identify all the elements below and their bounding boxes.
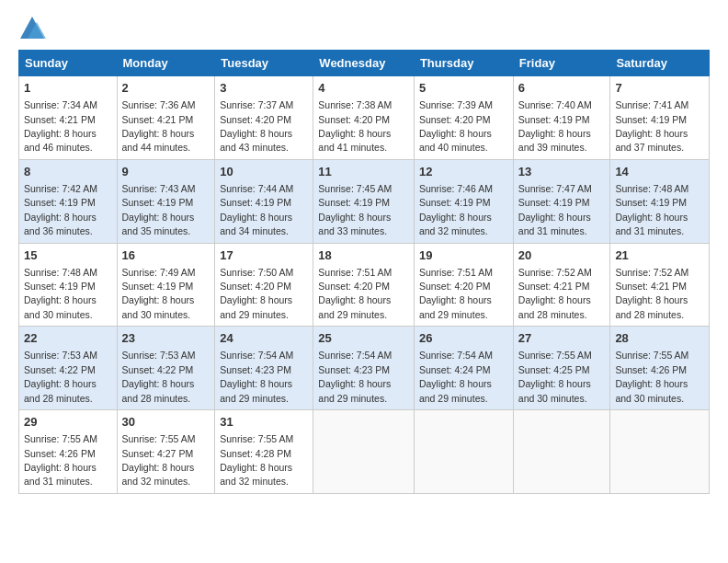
calendar-day-cell: 4 Sunrise: 7:38 AMSunset: 4:20 PMDayligh… (313, 76, 415, 160)
day-number: 26 (419, 330, 508, 347)
logo (18, 15, 48, 40)
calendar-day-header: Saturday (610, 51, 710, 76)
day-info: Sunrise: 7:55 AMSunset: 4:28 PMDaylight:… (220, 433, 293, 487)
day-info: Sunrise: 7:34 AMSunset: 4:21 PMDaylight:… (24, 99, 97, 153)
day-number: 2 (122, 80, 210, 97)
calendar-day-header: Monday (117, 51, 215, 76)
calendar-day-cell (513, 410, 610, 494)
calendar-day-cell: 7 Sunrise: 7:41 AMSunset: 4:19 PMDayligh… (610, 76, 710, 160)
calendar-day-cell: 19 Sunrise: 7:51 AMSunset: 4:20 PMDaylig… (414, 243, 513, 327)
calendar-day-cell: 3 Sunrise: 7:37 AMSunset: 4:20 PMDayligh… (215, 76, 313, 160)
day-number: 17 (220, 247, 308, 264)
calendar-day-header: Friday (513, 51, 610, 76)
day-info: Sunrise: 7:37 AMSunset: 4:20 PMDaylight:… (220, 99, 293, 153)
day-info: Sunrise: 7:54 AMSunset: 4:23 PMDaylight:… (318, 350, 392, 403)
day-info: Sunrise: 7:41 AMSunset: 4:19 PMDaylight:… (615, 99, 688, 153)
calendar-day-cell: 10 Sunrise: 7:44 AMSunset: 4:19 PMDaylig… (215, 159, 313, 243)
calendar-day-cell: 15 Sunrise: 7:48 AMSunset: 4:19 PMDaylig… (19, 243, 118, 327)
calendar-day-cell (610, 410, 710, 494)
calendar-day-cell: 8 Sunrise: 7:42 AMSunset: 4:19 PMDayligh… (19, 159, 118, 243)
calendar-day-cell: 12 Sunrise: 7:46 AMSunset: 4:19 PMDaylig… (414, 159, 513, 243)
day-info: Sunrise: 7:55 AMSunset: 4:27 PMDaylight:… (122, 433, 196, 487)
day-info: Sunrise: 7:48 AMSunset: 4:19 PMDaylight:… (24, 267, 97, 320)
calendar-week-row: 22 Sunrise: 7:53 AMSunset: 4:22 PMDaylig… (19, 327, 710, 410)
day-number: 6 (518, 80, 606, 97)
day-number: 10 (220, 164, 308, 180)
day-info: Sunrise: 7:43 AMSunset: 4:19 PMDaylight:… (122, 183, 196, 236)
day-number: 24 (220, 330, 308, 347)
calendar-day-cell: 29 Sunrise: 7:55 AMSunset: 4:26 PMDaylig… (19, 410, 118, 494)
calendar-day-cell: 21 Sunrise: 7:52 AMSunset: 4:21 PMDaylig… (610, 243, 710, 327)
day-info: Sunrise: 7:47 AMSunset: 4:19 PMDaylight:… (518, 183, 592, 236)
day-number: 21 (615, 247, 704, 264)
calendar-day-cell: 14 Sunrise: 7:48 AMSunset: 4:19 PMDaylig… (610, 159, 710, 243)
calendar-day-cell: 24 Sunrise: 7:54 AMSunset: 4:23 PMDaylig… (215, 327, 313, 410)
day-number: 3 (220, 80, 308, 97)
page-header (18, 15, 710, 40)
calendar-week-row: 15 Sunrise: 7:48 AMSunset: 4:19 PMDaylig… (19, 243, 710, 327)
day-number: 4 (318, 80, 409, 97)
calendar-day-cell: 28 Sunrise: 7:55 AMSunset: 4:26 PMDaylig… (610, 327, 710, 410)
day-number: 15 (24, 247, 112, 264)
calendar-week-row: 29 Sunrise: 7:55 AMSunset: 4:26 PMDaylig… (19, 410, 710, 494)
day-number: 28 (615, 330, 704, 347)
calendar-day-cell: 20 Sunrise: 7:52 AMSunset: 4:21 PMDaylig… (513, 243, 610, 327)
day-info: Sunrise: 7:55 AMSunset: 4:26 PMDaylight:… (24, 433, 97, 487)
day-info: Sunrise: 7:39 AMSunset: 4:20 PMDaylight:… (419, 99, 493, 153)
day-info: Sunrise: 7:36 AMSunset: 4:21 PMDaylight:… (122, 99, 196, 153)
day-info: Sunrise: 7:51 AMSunset: 4:20 PMDaylight:… (318, 267, 392, 320)
day-number: 27 (518, 330, 606, 347)
day-info: Sunrise: 7:55 AMSunset: 4:26 PMDaylight:… (615, 350, 688, 403)
day-info: Sunrise: 7:38 AMSunset: 4:20 PMDaylight:… (318, 99, 392, 153)
calendar-day-cell: 18 Sunrise: 7:51 AMSunset: 4:20 PMDaylig… (313, 243, 415, 327)
day-info: Sunrise: 7:40 AMSunset: 4:19 PMDaylight:… (518, 99, 592, 153)
calendar-day-cell: 9 Sunrise: 7:43 AMSunset: 4:19 PMDayligh… (117, 159, 215, 243)
calendar-day-cell: 22 Sunrise: 7:53 AMSunset: 4:22 PMDaylig… (19, 327, 118, 410)
day-number: 30 (122, 414, 210, 431)
calendar-day-cell: 5 Sunrise: 7:39 AMSunset: 4:20 PMDayligh… (414, 76, 513, 160)
day-info: Sunrise: 7:45 AMSunset: 4:19 PMDaylight:… (318, 183, 392, 236)
day-info: Sunrise: 7:46 AMSunset: 4:19 PMDaylight:… (419, 183, 493, 236)
calendar-day-cell: 31 Sunrise: 7:55 AMSunset: 4:28 PMDaylig… (215, 410, 313, 494)
calendar-day-cell: 16 Sunrise: 7:49 AMSunset: 4:19 PMDaylig… (117, 243, 215, 327)
day-info: Sunrise: 7:49 AMSunset: 4:19 PMDaylight:… (122, 267, 196, 320)
calendar-week-row: 8 Sunrise: 7:42 AMSunset: 4:19 PMDayligh… (19, 159, 710, 243)
day-number: 11 (318, 164, 409, 180)
day-number: 13 (518, 164, 606, 180)
calendar-day-cell: 17 Sunrise: 7:50 AMSunset: 4:20 PMDaylig… (215, 243, 313, 327)
day-number: 22 (24, 330, 112, 347)
logo-icon (18, 15, 46, 40)
day-info: Sunrise: 7:44 AMSunset: 4:19 PMDaylight:… (220, 183, 293, 236)
day-number: 12 (419, 164, 508, 180)
calendar-day-cell: 1 Sunrise: 7:34 AMSunset: 4:21 PMDayligh… (19, 76, 118, 160)
calendar-week-row: 1 Sunrise: 7:34 AMSunset: 4:21 PMDayligh… (19, 76, 710, 160)
day-info: Sunrise: 7:48 AMSunset: 4:19 PMDaylight:… (615, 183, 688, 236)
day-info: Sunrise: 7:55 AMSunset: 4:25 PMDaylight:… (518, 350, 592, 403)
day-info: Sunrise: 7:54 AMSunset: 4:24 PMDaylight:… (419, 350, 493, 403)
day-number: 1 (24, 80, 112, 97)
day-number: 23 (122, 330, 210, 347)
day-number: 19 (419, 247, 508, 264)
day-number: 29 (24, 414, 112, 431)
day-number: 20 (518, 247, 606, 264)
day-number: 25 (318, 330, 409, 347)
day-number: 31 (220, 414, 308, 431)
calendar-day-cell: 6 Sunrise: 7:40 AMSunset: 4:19 PMDayligh… (513, 76, 610, 160)
day-number: 5 (419, 80, 508, 97)
calendar-day-cell: 23 Sunrise: 7:53 AMSunset: 4:22 PMDaylig… (117, 327, 215, 410)
day-number: 9 (122, 164, 210, 180)
calendar-day-cell (414, 410, 513, 494)
day-info: Sunrise: 7:51 AMSunset: 4:20 PMDaylight:… (419, 267, 493, 320)
day-info: Sunrise: 7:52 AMSunset: 4:21 PMDaylight:… (615, 267, 688, 320)
calendar-day-header: Thursday (414, 51, 513, 76)
calendar-day-cell: 25 Sunrise: 7:54 AMSunset: 4:23 PMDaylig… (313, 327, 415, 410)
day-number: 16 (122, 247, 210, 264)
day-info: Sunrise: 7:53 AMSunset: 4:22 PMDaylight:… (122, 350, 196, 403)
day-number: 18 (318, 247, 409, 264)
day-number: 8 (24, 164, 112, 180)
day-info: Sunrise: 7:53 AMSunset: 4:22 PMDaylight:… (24, 350, 97, 403)
day-number: 7 (615, 80, 704, 97)
calendar-day-header: Tuesday (215, 51, 313, 76)
day-info: Sunrise: 7:54 AMSunset: 4:23 PMDaylight:… (220, 350, 293, 403)
day-info: Sunrise: 7:42 AMSunset: 4:19 PMDaylight:… (24, 183, 97, 236)
